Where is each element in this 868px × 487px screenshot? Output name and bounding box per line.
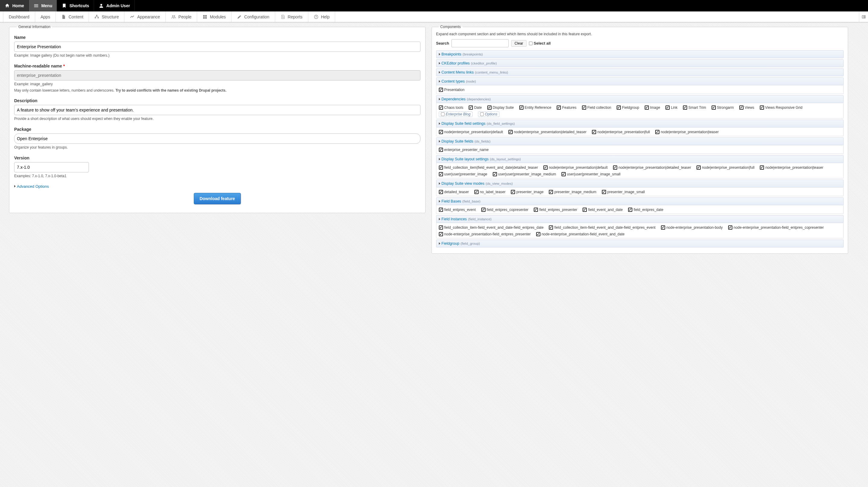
toolbar-collapse-button[interactable]: [859, 11, 868, 22]
component-section-header[interactable]: Field Instances (field_instance): [436, 215, 844, 223]
component-item-checkbox[interactable]: [439, 225, 443, 230]
component-item[interactable]: node|enterprise_presentation|detailed_te…: [613, 165, 691, 170]
component-item-checkbox[interactable]: [439, 172, 443, 176]
component-item[interactable]: Options: [478, 112, 499, 117]
component-item-checkbox[interactable]: [441, 113, 444, 116]
component-section-header[interactable]: Dependencies (dependencies): [436, 95, 844, 103]
clear-button[interactable]: Clear: [511, 40, 527, 47]
component-item[interactable]: node|enterprise_presentation|full: [592, 129, 650, 135]
component-section-header[interactable]: Breakpoints (breakpoints): [436, 50, 844, 58]
component-item-checkbox[interactable]: [474, 190, 478, 194]
menu-dashboard[interactable]: Dashboard: [3, 11, 35, 22]
component-item-checkbox[interactable]: [760, 105, 764, 110]
download-feature-button[interactable]: Download feature: [194, 193, 241, 204]
menu-appearance[interactable]: Appearance: [124, 11, 166, 22]
component-item[interactable]: Field collection: [582, 105, 611, 110]
component-item-checkbox[interactable]: [592, 130, 596, 134]
component-item[interactable]: Strongarm: [712, 105, 734, 110]
component-item[interactable]: field_collection_item-field_event_and_da…: [549, 225, 655, 230]
component-item-checkbox[interactable]: [549, 225, 553, 230]
advanced-options-toggle[interactable]: Advanced Options: [14, 184, 421, 189]
component-section-header[interactable]: Content Menu links (content_menu_links): [436, 68, 844, 76]
component-item-checkbox[interactable]: [439, 105, 443, 110]
component-item[interactable]: no_label_teaser: [474, 189, 505, 195]
component-item-checkbox[interactable]: [561, 172, 566, 176]
component-section-header[interactable]: Display Suite fields (ds_fields): [436, 138, 844, 145]
component-section-header[interactable]: Field Bases (field_base): [436, 197, 844, 205]
component-item-checkbox[interactable]: [519, 105, 524, 110]
component-item[interactable]: field_event_and_date: [583, 207, 623, 212]
component-item[interactable]: Link: [665, 105, 678, 110]
component-item[interactable]: Smart Trim: [683, 105, 706, 110]
component-item[interactable]: node-enterprise_presentation-field_entpr…: [439, 232, 531, 237]
component-item[interactable]: node-enterprise_presentation-field_event…: [536, 232, 625, 237]
component-item[interactable]: Entity Reference: [519, 105, 552, 110]
component-item-checkbox[interactable]: [557, 105, 561, 110]
component-item[interactable]: Fieldgroup: [617, 105, 639, 110]
component-item-checkbox[interactable]: [628, 208, 632, 212]
component-item[interactable]: node|enterprise_presentation|teaser: [760, 165, 823, 170]
component-item[interactable]: field_entpres_copresenter: [481, 207, 529, 212]
component-item-checkbox[interactable]: [511, 190, 515, 194]
component-item[interactable]: node|enterprise_presentation|teaser: [655, 129, 718, 135]
component-item-checkbox[interactable]: [480, 113, 484, 116]
component-item-checkbox[interactable]: [655, 130, 659, 134]
component-item-checkbox[interactable]: [760, 165, 764, 170]
component-item-checkbox[interactable]: [481, 208, 486, 212]
component-item[interactable]: field_entpres_presenter: [534, 207, 577, 212]
component-item[interactable]: node-enterprise_presentation-body: [661, 225, 723, 230]
component-item[interactable]: field_entpres_date: [628, 207, 663, 212]
select-all-checkbox[interactable]: [529, 41, 532, 45]
component-item[interactable]: Enterprise Blog: [439, 112, 472, 117]
component-item-checkbox[interactable]: [583, 208, 587, 212]
component-item-checkbox[interactable]: [613, 165, 617, 170]
component-item-checkbox[interactable]: [534, 208, 538, 212]
component-item-checkbox[interactable]: [582, 105, 586, 110]
toolbar-home[interactable]: Home: [0, 0, 29, 11]
menu-help[interactable]: ? Help: [308, 11, 336, 22]
component-item-checkbox[interactable]: [617, 105, 621, 110]
component-item-checkbox[interactable]: [739, 105, 744, 110]
component-item[interactable]: user|user|presenter_image_medium: [493, 172, 556, 177]
component-item[interactable]: Views Responsive Grid: [760, 105, 803, 110]
menu-reports[interactable]: Reports: [275, 11, 308, 22]
component-section-header[interactable]: Display Suite field settings (ds_field_s…: [436, 120, 844, 127]
component-item-checkbox[interactable]: [696, 165, 701, 170]
component-section-header[interactable]: Fieldgroup (field_group): [436, 240, 844, 247]
component-item-checkbox[interactable]: [712, 105, 716, 110]
component-item-checkbox[interactable]: [544, 165, 548, 170]
component-item-checkbox[interactable]: [439, 165, 443, 170]
component-item-checkbox[interactable]: [728, 225, 733, 230]
component-item-checkbox[interactable]: [439, 88, 443, 92]
components-search-input[interactable]: [452, 39, 509, 47]
component-item[interactable]: Date: [469, 105, 482, 110]
name-input[interactable]: [14, 41, 421, 52]
component-section-header[interactable]: Display Suite layout settings (ds_layout…: [436, 155, 844, 163]
component-item-checkbox[interactable]: [508, 130, 513, 134]
description-input[interactable]: [14, 105, 421, 115]
component-item-checkbox[interactable]: [549, 190, 553, 194]
component-item[interactable]: presenter_image: [511, 189, 544, 195]
component-item-checkbox[interactable]: [493, 172, 497, 176]
component-item[interactable]: Views: [739, 105, 754, 110]
component-item[interactable]: Features: [557, 105, 576, 110]
component-item-checkbox[interactable]: [439, 148, 443, 152]
package-input[interactable]: [14, 133, 421, 144]
component-item[interactable]: field_collection_item-field_event_and_da…: [439, 225, 544, 230]
machine-input[interactable]: [14, 70, 421, 81]
component-section-header[interactable]: Content types (node): [436, 78, 844, 85]
component-item[interactable]: user|user|presenter_image_small: [561, 172, 621, 177]
component-item-checkbox[interactable]: [661, 225, 665, 230]
select-all-wrapper[interactable]: Select all: [529, 41, 551, 45]
toolbar-menu[interactable]: Menu: [29, 0, 57, 11]
menu-content[interactable]: Content: [56, 11, 89, 22]
version-input[interactable]: [14, 162, 89, 172]
menu-configuration[interactable]: Configuration: [231, 11, 275, 22]
component-item[interactable]: node|enterprise_presentation|default: [439, 129, 503, 135]
component-item-checkbox[interactable]: [683, 105, 687, 110]
component-item[interactable]: Display Suite: [487, 105, 514, 110]
component-item[interactable]: Presentation: [439, 87, 464, 93]
component-item-checkbox[interactable]: [469, 105, 473, 110]
menu-apps[interactable]: Apps: [35, 11, 56, 22]
component-section-header[interactable]: Display Suite view modes (ds_view_modes): [436, 180, 844, 187]
